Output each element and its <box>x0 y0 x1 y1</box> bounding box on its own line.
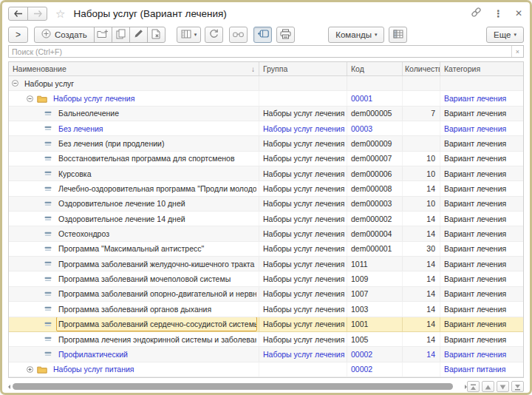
scrollbar-thumb[interactable] <box>13 383 453 390</box>
category-cell[interactable]: Вариант лечения <box>440 302 523 316</box>
close-icon[interactable]: ✕ <box>515 9 522 18</box>
column-header-group[interactable]: Группа <box>259 62 347 75</box>
name-cell[interactable]: Оздоровительное лечение 10 дней <box>9 197 259 211</box>
list-settings-button[interactable]: ▾ <box>177 27 202 43</box>
quantity-cell[interactable]: 14 <box>403 287 440 301</box>
category-cell[interactable]: Вариант лечения <box>440 166 523 180</box>
table-row[interactable]: Наборы услуг лечения00001Вариант лечения <box>9 91 523 106</box>
code-cell[interactable]: dem000003 <box>347 197 403 211</box>
category-cell[interactable]: Вариант лечения <box>440 181 523 195</box>
code-cell[interactable]: dem000007 <box>347 152 403 166</box>
code-cell[interactable]: 1001 <box>347 317 403 331</box>
code-cell[interactable]: 1009 <box>347 271 403 286</box>
name-cell[interactable]: Программа "Максимальный антистресс" <box>9 242 259 256</box>
quantity-cell[interactable]: 7 <box>403 107 440 121</box>
category-cell[interactable]: Вариант лечения <box>440 287 523 301</box>
table-row[interactable]: Программа заболеваний сердечно-сосудисто… <box>9 317 523 332</box>
category-cell[interactable]: Вариант лечения <box>440 242 523 256</box>
category-cell[interactable]: Вариант лечения <box>440 121 523 135</box>
category-cell[interactable]: Вариант лечения <box>440 347 523 361</box>
code-cell[interactable]: dem000001 <box>347 242 403 256</box>
group-cell[interactable]: Наборы услуг лечения <box>259 271 347 286</box>
name-cell[interactable]: Программа заболеваний опорно-двигательно… <box>9 287 259 301</box>
category-cell[interactable]: Вариант лечения <box>440 226 523 240</box>
table-row[interactable]: ОстеохондрозНаборы услуг леченияdem00000… <box>9 226 523 241</box>
code-cell[interactable]: dem000005 <box>347 107 403 121</box>
category-cell[interactable]: Вариант лечения <box>440 271 523 286</box>
group-cell[interactable]: Наборы услуг лечения <box>259 136 347 150</box>
quantity-cell[interactable] <box>403 136 440 150</box>
quantity-cell[interactable]: 30 <box>403 242 440 256</box>
category-cell[interactable]: Вариант лечения <box>440 197 523 211</box>
group-cell[interactable]: Наборы услуг лечения <box>259 107 347 121</box>
table-row[interactable]: Без леченияНаборы услуг лечения00003Вари… <box>9 121 523 136</box>
quantity-cell[interactable]: 14 <box>403 271 440 286</box>
quantity-cell[interactable]: 10 <box>403 197 440 211</box>
menu-dots-icon[interactable]: ⋮ <box>494 9 503 18</box>
name-cell[interactable]: Программа лечения эндокринной системы и … <box>9 332 259 346</box>
view-mode-button[interactable] <box>253 27 272 43</box>
quantity-cell[interactable]: 14 <box>403 332 440 346</box>
category-cell[interactable]: Вариант лечения <box>440 136 523 150</box>
edit-button[interactable] <box>129 27 148 43</box>
quantity-cell[interactable]: 10 <box>403 152 440 166</box>
group-cell[interactable]: Наборы услуг лечения <box>259 226 347 240</box>
table-row[interactable]: БальнеолечениеНаборы услуг леченияdem000… <box>9 107 523 121</box>
group-cell[interactable]: Наборы услуг лечения <box>259 166 347 180</box>
name-cell[interactable]: Программа заболеваний мочеполовой систем… <box>9 271 259 286</box>
table-row[interactable]: Лечебно-оздоровительная программа "Продл… <box>9 181 523 196</box>
group-cell[interactable]: Наборы услуг лечения <box>259 197 347 211</box>
table-settings-button[interactable] <box>389 27 407 43</box>
group-cell[interactable]: Наборы услуг лечения <box>259 257 347 271</box>
search-input[interactable] <box>9 46 523 57</box>
category-cell[interactable] <box>440 76 523 90</box>
quantity-cell[interactable]: 14 <box>403 347 440 361</box>
name-cell[interactable]: Наборы услуг питания <box>9 362 259 377</box>
quantity-cell[interactable] <box>403 121 440 135</box>
name-cell[interactable]: Профилактический <box>9 347 259 361</box>
code-cell[interactable]: 00002 <box>347 347 403 361</box>
quantity-cell[interactable]: 10 <box>403 166 440 180</box>
panel-toggle-button[interactable]: > <box>8 27 28 43</box>
quantity-cell[interactable]: 14 <box>403 317 440 331</box>
group-cell[interactable]: Наборы услуг лечения <box>259 287 347 301</box>
name-cell[interactable]: Курсовка <box>9 166 259 180</box>
category-cell[interactable]: Вариант лечения <box>440 91 523 105</box>
category-cell[interactable]: Вариант лечения <box>440 107 523 121</box>
favorites-star-icon[interactable]: ☆ <box>55 8 65 19</box>
name-cell[interactable]: Программа заболеваний органов дыхания <box>9 302 259 316</box>
scroll-down-button[interactable] <box>497 381 509 392</box>
more-button[interactable]: Еще ▾ <box>486 27 524 43</box>
group-cell[interactable] <box>259 76 347 90</box>
group-cell[interactable]: Наборы услуг лечения <box>259 317 347 331</box>
collapse-minus-icon[interactable] <box>12 80 18 87</box>
table-row[interactable]: Оздоровительное лечение 14 днейНаборы ус… <box>9 212 523 226</box>
category-cell[interactable]: Вариант лечения <box>440 257 523 271</box>
quantity-cell[interactable]: 14 <box>403 212 440 226</box>
create-group-button[interactable] <box>94 27 112 43</box>
group-cell[interactable]: Наборы услуг лечения <box>259 332 347 346</box>
group-cell[interactable]: Наборы услуг лечения <box>259 302 347 316</box>
copy-button[interactable] <box>112 27 130 43</box>
group-cell[interactable]: Наборы услуг лечения <box>259 152 347 166</box>
column-header-category[interactable]: Категория <box>440 62 523 75</box>
forward-button[interactable] <box>27 7 47 21</box>
code-cell[interactable]: 1003 <box>347 302 403 316</box>
code-cell[interactable]: 1005 <box>347 332 403 346</box>
group-cell[interactable]: Наборы услуг лечения <box>259 242 347 256</box>
quantity-cell[interactable] <box>403 91 440 105</box>
group-cell[interactable]: Наборы услуг лечения <box>259 347 347 361</box>
table-row[interactable]: Программа заболеваний опорно-двигательно… <box>9 287 523 302</box>
group-cell[interactable]: Наборы услуг лечения <box>259 121 347 135</box>
quantity-cell[interactable] <box>403 362 440 377</box>
name-cell[interactable]: Оздоровительное лечение 14 дней <box>9 212 259 226</box>
category-cell[interactable]: Вариант лечения <box>440 152 523 166</box>
name-cell[interactable]: Бальнеолечение <box>9 107 259 121</box>
link-icon[interactable] <box>471 7 482 21</box>
column-header-code[interactable]: Код <box>347 62 403 75</box>
name-cell[interactable]: Наборы услуг <box>9 76 259 90</box>
goto-last-button[interactable] <box>511 381 524 392</box>
table-row[interactable]: КурсовкаНаборы услуг леченияdem00000610В… <box>9 166 523 181</box>
name-cell[interactable]: Программа заболеваний сердечно-сосудисто… <box>9 317 259 331</box>
table-row[interactable]: Оздоровительное лечение 10 днейНаборы ус… <box>9 197 523 212</box>
